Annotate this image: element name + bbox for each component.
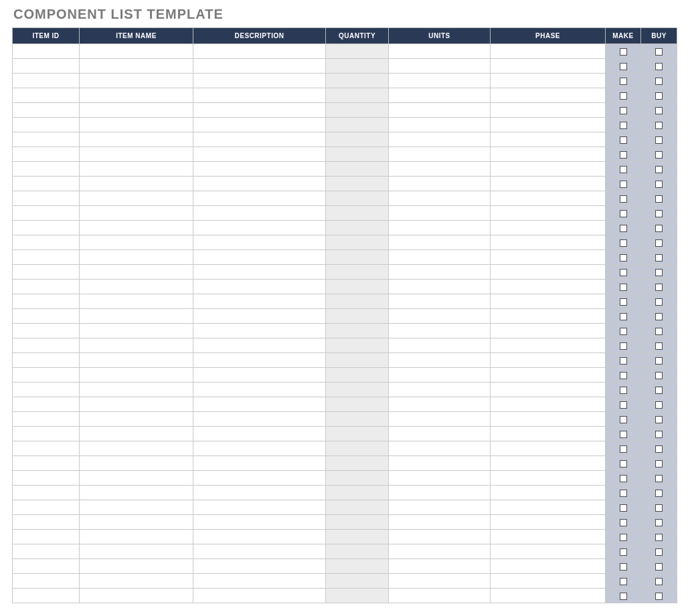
cell-phase[interactable] [491,530,606,544]
cell-item-name[interactable] [80,59,193,74]
make-checkbox[interactable] [620,269,627,276]
make-checkbox[interactable] [620,328,627,335]
cell-quantity[interactable] [326,235,389,250]
cell-units[interactable] [389,441,491,456]
cell-phase[interactable] [491,515,606,530]
buy-checkbox[interactable] [655,92,663,100]
cell-phase[interactable] [491,338,606,353]
cell-item-name[interactable] [80,118,193,132]
cell-quantity[interactable] [326,44,389,59]
cell-description[interactable] [193,147,326,162]
cell-description[interactable] [193,471,326,486]
buy-checkbox[interactable] [655,210,663,217]
cell-item-id[interactable] [13,162,80,177]
cell-item-id[interactable] [13,177,80,191]
cell-units[interactable] [389,544,491,559]
cell-item-id[interactable] [13,383,80,397]
cell-description[interactable] [193,132,326,147]
make-checkbox[interactable] [620,92,627,100]
cell-phase[interactable] [491,177,606,191]
cell-phase[interactable] [491,88,606,103]
make-checkbox[interactable] [620,225,627,232]
cell-phase[interactable] [491,191,606,206]
cell-description[interactable] [193,441,326,456]
cell-quantity[interactable] [326,397,389,412]
cell-units[interactable] [389,59,491,74]
make-checkbox[interactable] [620,593,627,600]
cell-item-id[interactable] [13,191,80,206]
buy-checkbox[interactable] [655,328,663,335]
cell-units[interactable] [389,206,491,221]
make-checkbox[interactable] [620,313,627,320]
make-checkbox[interactable] [620,195,627,203]
cell-phase[interactable] [491,250,606,265]
cell-description[interactable] [193,191,326,206]
cell-description[interactable] [193,574,326,589]
cell-item-id[interactable] [13,132,80,147]
cell-item-name[interactable] [80,74,193,88]
cell-description[interactable] [193,74,326,88]
buy-checkbox[interactable] [655,284,663,291]
cell-item-name[interactable] [80,309,193,324]
buy-checkbox[interactable] [655,78,663,85]
cell-quantity[interactable] [326,353,389,368]
cell-phase[interactable] [491,486,606,500]
cell-units[interactable] [389,250,491,265]
cell-item-name[interactable] [80,162,193,177]
cell-phase[interactable] [491,456,606,471]
cell-units[interactable] [389,177,491,191]
cell-units[interactable] [389,147,491,162]
make-checkbox[interactable] [620,490,627,497]
cell-units[interactable] [389,559,491,574]
cell-item-id[interactable] [13,338,80,353]
cell-quantity[interactable] [326,147,389,162]
buy-checkbox[interactable] [655,254,663,262]
buy-checkbox[interactable] [655,181,663,188]
cell-item-name[interactable] [80,294,193,309]
cell-item-name[interactable] [80,324,193,338]
cell-quantity[interactable] [326,368,389,383]
buy-checkbox[interactable] [655,504,663,512]
make-checkbox[interactable] [620,372,627,379]
cell-description[interactable] [193,427,326,441]
cell-item-id[interactable] [13,456,80,471]
cell-item-id[interactable] [13,427,80,441]
cell-item-id[interactable] [13,353,80,368]
cell-phase[interactable] [491,427,606,441]
make-checkbox[interactable] [620,166,627,173]
cell-units[interactable] [389,44,491,59]
buy-checkbox[interactable] [655,431,663,438]
cell-item-id[interactable] [13,147,80,162]
cell-units[interactable] [389,353,491,368]
cell-description[interactable] [193,515,326,530]
cell-units[interactable] [389,515,491,530]
cell-phase[interactable] [491,44,606,59]
cell-item-name[interactable] [80,235,193,250]
cell-description[interactable] [193,544,326,559]
cell-description[interactable] [193,589,326,603]
cell-item-id[interactable] [13,235,80,250]
make-checkbox[interactable] [620,151,627,159]
cell-quantity[interactable] [326,500,389,515]
cell-item-name[interactable] [80,544,193,559]
cell-item-name[interactable] [80,530,193,544]
cell-item-name[interactable] [80,383,193,397]
cell-description[interactable] [193,338,326,353]
cell-description[interactable] [193,265,326,280]
cell-units[interactable] [389,324,491,338]
cell-item-id[interactable] [13,471,80,486]
cell-phase[interactable] [491,265,606,280]
cell-phase[interactable] [491,118,606,132]
cell-item-id[interactable] [13,118,80,132]
cell-description[interactable] [193,559,326,574]
cell-description[interactable] [193,59,326,74]
buy-checkbox[interactable] [655,166,663,173]
cell-description[interactable] [193,353,326,368]
make-checkbox[interactable] [620,298,627,306]
cell-quantity[interactable] [326,118,389,132]
cell-phase[interactable] [491,383,606,397]
cell-item-id[interactable] [13,530,80,544]
make-checkbox[interactable] [620,416,627,423]
cell-units[interactable] [389,574,491,589]
cell-item-name[interactable] [80,559,193,574]
